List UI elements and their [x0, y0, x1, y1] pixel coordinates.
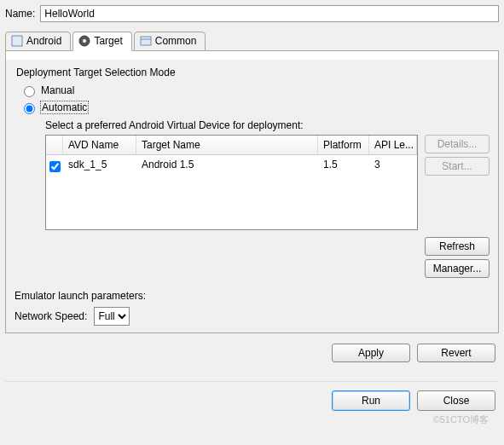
details-button: Details... — [425, 135, 490, 153]
tab-label: Target — [94, 35, 122, 47]
radio-manual[interactable] — [24, 86, 35, 97]
col-avd-name[interactable]: AVD Name — [63, 136, 136, 154]
avd-row-checkbox[interactable] — [49, 161, 61, 172]
tab-label: Common — [155, 35, 197, 47]
avd-table: AVD Name Target Name Platform API Le... … — [45, 135, 418, 230]
radio-manual-label: Manual — [41, 84, 74, 96]
radio-automatic-label: Automatic — [41, 101, 88, 113]
common-icon — [140, 35, 152, 47]
svg-rect-3 — [141, 37, 151, 45]
tab-target[interactable]: Target — [72, 32, 131, 51]
radio-automatic[interactable] — [24, 103, 35, 114]
network-speed-label: Network Speed: — [14, 310, 87, 322]
start-button: Start... — [425, 157, 490, 176]
tab-android[interactable]: Android — [5, 32, 71, 51]
network-speed-select[interactable]: Full — [94, 307, 130, 326]
col-platform[interactable]: Platform — [318, 136, 369, 154]
manager-button[interactable]: Manager... — [425, 259, 490, 278]
avd-cell-target: Android 1.5 — [136, 155, 318, 178]
svg-rect-0 — [12, 36, 22, 46]
svg-point-2 — [83, 39, 86, 43]
avd-cell-platform: 1.5 — [318, 155, 369, 178]
target-icon — [78, 35, 90, 47]
col-api-level[interactable]: API Le... — [369, 136, 417, 154]
table-row[interactable]: sdk_1_5 Android 1.5 1.5 3 — [46, 155, 417, 178]
tab-bar: Android Target Common — [5, 31, 499, 50]
col-target-name[interactable]: Target Name — [136, 136, 318, 154]
revert-button[interactable]: Revert — [417, 344, 495, 362]
watermark: ©51CTO博客 — [433, 413, 489, 426]
apply-button[interactable]: Apply — [332, 344, 410, 362]
deployment-heading: Deployment Target Selection Mode — [16, 66, 490, 78]
name-label: Name: — [5, 8, 35, 20]
android-icon — [11, 35, 23, 47]
avd-cell-api: 3 — [369, 155, 417, 178]
tab-common[interactable]: Common — [134, 32, 206, 51]
refresh-button[interactable]: Refresh — [425, 237, 490, 256]
col-check[interactable] — [46, 136, 63, 154]
avd-cell-name: sdk_1_5 — [63, 155, 136, 178]
name-input[interactable] — [40, 5, 499, 22]
run-button[interactable]: Run — [332, 390, 410, 411]
emulator-heading: Emulator launch parameters: — [14, 290, 490, 302]
avd-header-row: AVD Name Target Name Platform API Le... — [46, 136, 417, 155]
avd-prompt: Select a preferred Android Virtual Devic… — [45, 119, 490, 131]
tab-label: Android — [26, 35, 61, 47]
close-button[interactable]: Close — [417, 390, 495, 411]
